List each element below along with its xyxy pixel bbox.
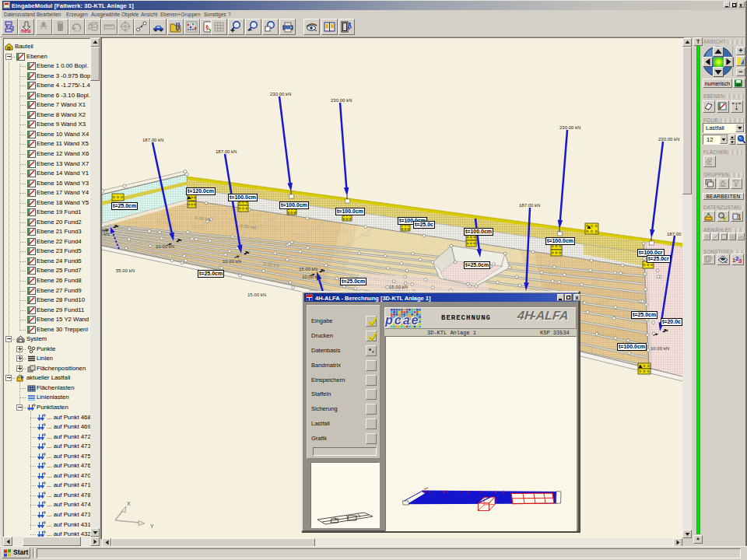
svg-text:§: § — [205, 23, 209, 31]
svg-text:10.00 kN: 10.00 kN — [302, 275, 321, 279]
svg-text:187.00 kN: 187.00 kN — [519, 203, 540, 208]
svg-text:10.00 kN: 10.00 kN — [651, 346, 669, 351]
svg-text:15.00 kN: 15.00 kN — [247, 292, 266, 297]
svg-text:230.00 kN: 230.00 kN — [559, 125, 580, 130]
svg-text:alle: alle — [738, 235, 745, 240]
svg-text:230.00 kN: 230.00 kN — [331, 98, 352, 103]
svg-text:00 kN: 00 kN — [102, 232, 110, 236]
svg-text:3: 3 — [738, 257, 742, 264]
svg-text:10.00 kN: 10.00 kN — [223, 259, 241, 264]
svg-text:187.00 kN: 187.00 kN — [142, 138, 163, 142]
svg-text:55.00 kN: 55.00 kN — [116, 268, 135, 273]
svg-text:Y: Y — [150, 523, 154, 529]
svg-text:10.00 kN: 10.00 kN — [156, 244, 174, 249]
svg-text:187.00 kN: 187.00 kN — [667, 232, 682, 236]
svg-text:187.00 kN: 187.00 kN — [216, 149, 237, 154]
svg-text:230.00 kN: 230.00 kN — [270, 92, 291, 96]
svg-text:15.00 kN: 15.00 kN — [299, 267, 317, 271]
svg-text:230.00 kN: 230.00 kN — [658, 137, 679, 142]
svg-text:neu: neu — [21, 28, 30, 33]
svg-text:15.00 kN: 15.00 kN — [389, 285, 408, 289]
svg-text:o: o — [710, 255, 713, 260]
svg-text:X: X — [127, 501, 131, 506]
